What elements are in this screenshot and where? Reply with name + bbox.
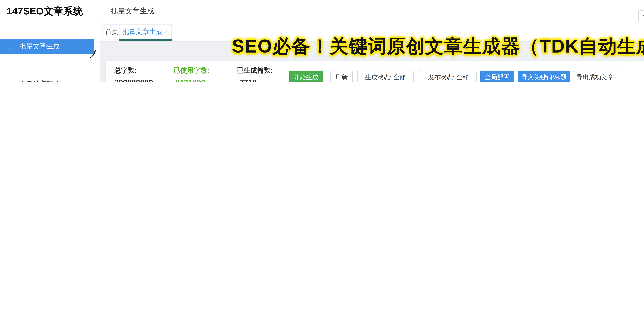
- total-words-label: 总字数:: [114, 66, 137, 75]
- sidebar-item-article-generation[interactable]: ⌂ 批量文章生成: [0, 39, 94, 54]
- refresh-button[interactable]: 刷新: [330, 70, 353, 82]
- sidebar: ⌂ 批量文章生成 ⌂ 批量站点管理 ⌂ 实时关键词挖掘 ⌂ 账户管理: [0, 21, 100, 82]
- tab-label: 批量文章生成: [122, 28, 162, 35]
- close-icon[interactable]: ×: [164, 28, 168, 35]
- sidebar-item-label: 批量站点管理: [20, 76, 60, 82]
- app-logo: 147SEO文章系统: [7, 5, 83, 18]
- import-keywords-button[interactable]: 导入关键词/标题: [518, 70, 570, 82]
- generate-status-filter[interactable]: 生成状态: 全部: [357, 70, 414, 82]
- start-generate-button[interactable]: 开始生成: [289, 70, 323, 82]
- used-words-label: 已使用字数:: [174, 66, 209, 75]
- app-root: 147SEO文章系统 批量文章生成 使用教程 联系客服 65e4811dfb64…: [0, 0, 644, 82]
- tutorial-button[interactable]: 使用教程: [638, 10, 644, 22]
- breadcrumb: 批量文章生成: [111, 7, 154, 16]
- sidebar-item-site-management[interactable]: ⌂ 批量站点管理: [0, 76, 94, 82]
- generated-count-value: 7710: [240, 78, 257, 82]
- tab-article-generation[interactable]: 批量文章生成×: [119, 24, 172, 39]
- tab-home[interactable]: 首页: [102, 24, 122, 39]
- page-headline: SEO必备！关键词原创文章生成器（TDK自动生成）: [232, 34, 644, 59]
- top-header: 147SEO文章系统 批量文章生成 使用教程 联系客服 65e4811dfb64…: [0, 0, 644, 21]
- sidebar-item-label: 批量文章生成: [20, 39, 60, 54]
- total-words-value: 200000000: [114, 78, 153, 82]
- export-success-button[interactable]: 导出成功文章: [573, 70, 617, 82]
- home-icon: ⌂: [7, 76, 12, 82]
- publish-status-filter[interactable]: 发布状态: 全部: [420, 70, 476, 82]
- used-words-value: 8431800: [175, 78, 205, 82]
- global-config-button[interactable]: 全局配置: [480, 70, 514, 82]
- active-tab-underline: [119, 39, 172, 41]
- home-icon: ⌂: [7, 39, 12, 54]
- generated-count-label: 已生成篇数:: [237, 66, 273, 75]
